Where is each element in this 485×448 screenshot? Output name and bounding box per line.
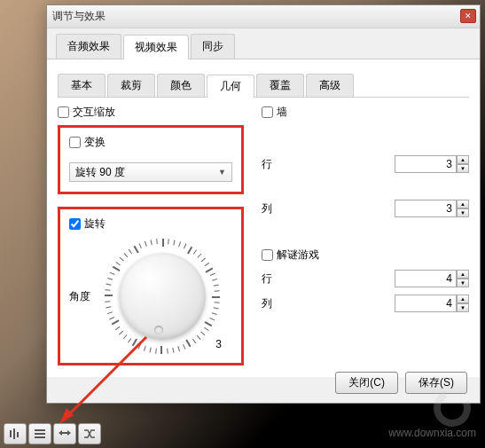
dialog-footer: 关闭(C) 保存(S) <box>335 372 467 394</box>
list-icon[interactable] <box>28 423 51 444</box>
svg-rect-7 <box>35 436 45 438</box>
tab-sync[interactable]: 同步 <box>191 34 235 59</box>
dial-indicator-dot <box>154 326 163 334</box>
titlebar[interactable]: 调节与效果 ✕ <box>47 5 480 28</box>
rotate-label: 旋转 <box>84 216 106 232</box>
wall-rows-up[interactable]: ▲ <box>457 155 469 164</box>
wall-label: 墙 <box>277 105 287 120</box>
transform-checkbox[interactable] <box>69 137 81 148</box>
equalizer-icon[interactable] <box>4 423 27 444</box>
puzzle-rows-up[interactable]: ▲ <box>457 270 469 279</box>
dial-value: 3 <box>215 338 222 350</box>
svg-rect-6 <box>35 433 45 435</box>
bottom-toolbar <box>4 423 101 444</box>
dialog-window: 调节与效果 ✕ 音频效果 视频效果 同步 基本 裁剪 颜色 几何 覆盖 高级 交… <box>46 4 481 404</box>
subtab-geometry[interactable]: 几何 <box>207 75 254 98</box>
subtab-overlay[interactable]: 覆盖 <box>256 74 304 97</box>
wall-rows-input[interactable] <box>395 155 457 173</box>
wall-cols-label: 列 <box>262 201 288 216</box>
close-button[interactable]: 关闭(C) <box>335 372 398 394</box>
interactive-zoom-label: 交互缩放 <box>73 105 115 120</box>
transform-label: 变换 <box>84 135 106 150</box>
transform-select[interactable]: 旋转 90 度 ▼ <box>69 162 232 182</box>
svg-rect-4 <box>17 432 19 437</box>
puzzle-rows-down[interactable]: ▼ <box>457 279 469 287</box>
close-icon[interactable]: ✕ <box>460 9 476 23</box>
svg-rect-2 <box>10 430 12 437</box>
subtab-color[interactable]: 颜色 <box>157 74 205 97</box>
angle-label: 角度 <box>69 289 96 304</box>
save-button[interactable]: 保存(S) <box>405 372 467 394</box>
right-column: 墙 行 ▲ ▼ 列 <box>262 105 469 365</box>
svg-rect-3 <box>13 428 15 439</box>
loop-icon[interactable] <box>53 423 76 444</box>
puzzle-cols-up[interactable]: ▲ <box>457 295 469 303</box>
transform-select-value: 旋转 90 度 <box>75 165 125 180</box>
angle-dial[interactable]: 3 <box>105 239 220 354</box>
puzzle-cols-label: 列 <box>262 296 288 311</box>
wall-rows-label: 行 <box>262 157 288 172</box>
puzzle-rows-input[interactable] <box>395 270 457 287</box>
wall-cols-down[interactable]: ▼ <box>457 208 469 217</box>
subtab-advanced[interactable]: 高级 <box>306 74 354 97</box>
puzzle-checkbox[interactable] <box>262 249 273 261</box>
transform-group-highlight: 变换 旋转 90 度 ▼ <box>58 125 244 194</box>
interactive-zoom-checkbox[interactable] <box>58 106 69 118</box>
main-tabs: 音频效果 视频效果 同步 <box>47 28 480 59</box>
tab-video-effects[interactable]: 视频效果 <box>123 35 189 59</box>
puzzle-cols-input[interactable] <box>395 295 457 312</box>
puzzle-cols-down[interactable]: ▼ <box>457 303 469 312</box>
subtab-crop[interactable]: 裁剪 <box>107 74 155 97</box>
content-area: 基本 裁剪 颜色 几何 覆盖 高级 交互缩放 变换 <box>47 59 480 377</box>
rotate-checkbox[interactable] <box>69 218 81 230</box>
wall-cols-up[interactable]: ▲ <box>457 200 469 208</box>
puzzle-rows-label: 行 <box>262 271 288 287</box>
left-column: 交互缩放 变换 旋转 90 度 ▼ <box>58 105 244 365</box>
sub-tabs: 基本 裁剪 颜色 几何 覆盖 高级 <box>58 74 469 98</box>
tab-audio-effects[interactable]: 音频效果 <box>56 34 121 59</box>
subtab-basic[interactable]: 基本 <box>58 74 106 97</box>
window-title: 调节与效果 <box>52 9 106 24</box>
chevron-down-icon: ▼ <box>218 168 226 177</box>
puzzle-label: 解谜游戏 <box>277 248 319 263</box>
svg-rect-5 <box>35 429 45 431</box>
shuffle-icon[interactable] <box>78 423 101 444</box>
wall-checkbox[interactable] <box>262 106 273 118</box>
wall-rows-down[interactable]: ▼ <box>457 164 469 173</box>
wall-cols-input[interactable] <box>395 200 457 217</box>
rotate-group-highlight: 旋转 角度 3 <box>58 207 244 365</box>
geometry-panel: 交互缩放 变换 旋转 90 度 ▼ <box>58 98 469 365</box>
